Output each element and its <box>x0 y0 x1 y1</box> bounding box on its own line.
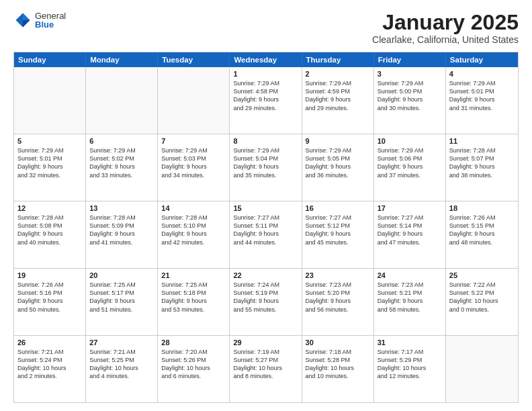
calendar-cell-day-10: 10Sunrise: 7:29 AM Sunset: 5:06 PM Dayli… <box>374 134 446 201</box>
header: General Blue January 2025 Clearlake, Cal… <box>13 11 519 45</box>
logo-text: General Blue <box>35 11 66 29</box>
day-details-30: Sunrise: 7:18 AM Sunset: 5:28 PM Dayligh… <box>306 348 370 381</box>
calendar-cell-day-25: 25Sunrise: 7:22 AM Sunset: 5:22 PM Dayli… <box>446 269 518 335</box>
calendar-cell-day-7: 7Sunrise: 7:29 AM Sunset: 5:03 PM Daylig… <box>158 134 230 201</box>
day-details-29: Sunrise: 7:19 AM Sunset: 5:27 PM Dayligh… <box>233 348 298 381</box>
day-number-22: 22 <box>233 271 298 279</box>
calendar-cell-day-12: 12Sunrise: 7:28 AM Sunset: 5:08 PM Dayli… <box>14 201 86 268</box>
calendar-cell-day-27: 27Sunrise: 7:21 AM Sunset: 5:25 PM Dayli… <box>86 336 158 402</box>
day-number-31: 31 <box>378 338 442 347</box>
day-details-25: Sunrise: 7:22 AM Sunset: 5:22 PM Dayligh… <box>449 281 515 314</box>
title-block: January 2025 Clearlake, California, Unit… <box>372 11 519 45</box>
day-details-12: Sunrise: 7:28 AM Sunset: 5:08 PM Dayligh… <box>17 214 82 246</box>
day-details-13: Sunrise: 7:28 AM Sunset: 5:09 PM Dayligh… <box>89 214 154 246</box>
calendar-cell-day-20: 20Sunrise: 7:25 AM Sunset: 5:17 PM Dayli… <box>86 269 158 335</box>
day-details-22: Sunrise: 7:24 AM Sunset: 5:19 PM Dayligh… <box>233 281 298 314</box>
calendar-cell-day-13: 13Sunrise: 7:28 AM Sunset: 5:09 PM Dayli… <box>86 201 158 268</box>
weekday-header-monday: Monday <box>86 52 158 67</box>
day-number-17: 17 <box>378 204 442 212</box>
calendar-cell-day-23: 23Sunrise: 7:23 AM Sunset: 5:20 PM Dayli… <box>302 269 374 335</box>
weekday-header-sunday: Sunday <box>14 52 86 67</box>
calendar-cell-day-24: 24Sunrise: 7:23 AM Sunset: 5:21 PM Dayli… <box>374 269 446 335</box>
day-number-9: 9 <box>306 137 370 145</box>
logo-blue-label: Blue <box>35 20 66 29</box>
calendar-cell-day-31: 31Sunrise: 7:17 AM Sunset: 5:29 PM Dayli… <box>374 336 446 402</box>
calendar-cell-day-18: 18Sunrise: 7:26 AM Sunset: 5:15 PM Dayli… <box>446 201 518 268</box>
day-details-26: Sunrise: 7:21 AM Sunset: 5:24 PM Dayligh… <box>17 348 82 381</box>
calendar-cell-day-16: 16Sunrise: 7:27 AM Sunset: 5:12 PM Dayli… <box>302 201 374 268</box>
calendar-body: 1Sunrise: 7:29 AM Sunset: 4:58 PM Daylig… <box>14 67 518 402</box>
calendar-cell-day-17: 17Sunrise: 7:27 AM Sunset: 5:14 PM Dayli… <box>374 201 446 268</box>
svg-marker-2 <box>23 20 30 28</box>
day-details-10: Sunrise: 7:29 AM Sunset: 5:06 PM Dayligh… <box>378 146 442 179</box>
calendar-row-5: 26Sunrise: 7:21 AM Sunset: 5:24 PM Dayli… <box>14 335 518 402</box>
day-details-31: Sunrise: 7:17 AM Sunset: 5:29 PM Dayligh… <box>378 348 442 381</box>
calendar-cell-day-28: 28Sunrise: 7:20 AM Sunset: 5:26 PM Dayli… <box>158 336 230 402</box>
day-number-11: 11 <box>449 137 515 145</box>
day-number-2: 2 <box>306 70 370 78</box>
weekday-header-tuesday: Tuesday <box>158 52 230 67</box>
day-number-10: 10 <box>378 137 442 145</box>
day-number-23: 23 <box>306 271 370 279</box>
day-details-15: Sunrise: 7:27 AM Sunset: 5:11 PM Dayligh… <box>233 214 298 246</box>
day-number-12: 12 <box>17 204 82 212</box>
calendar-cell-day-21: 21Sunrise: 7:25 AM Sunset: 5:18 PM Dayli… <box>158 269 230 335</box>
day-details-18: Sunrise: 7:26 AM Sunset: 5:15 PM Dayligh… <box>449 214 515 246</box>
day-details-4: Sunrise: 7:29 AM Sunset: 5:01 PM Dayligh… <box>449 79 515 112</box>
day-details-23: Sunrise: 7:23 AM Sunset: 5:20 PM Dayligh… <box>306 281 370 314</box>
day-details-19: Sunrise: 7:26 AM Sunset: 5:16 PM Dayligh… <box>17 281 82 314</box>
calendar-cell-day-15: 15Sunrise: 7:27 AM Sunset: 5:11 PM Dayli… <box>230 201 302 268</box>
weekday-header-saturday: Saturday <box>446 52 518 67</box>
calendar-cell-day-4: 4Sunrise: 7:29 AM Sunset: 5:01 PM Daylig… <box>446 67 518 134</box>
calendar-cell-day-3: 3Sunrise: 7:29 AM Sunset: 5:00 PM Daylig… <box>374 67 446 134</box>
day-number-8: 8 <box>233 137 298 145</box>
day-number-7: 7 <box>161 137 226 145</box>
day-number-1: 1 <box>233 70 298 78</box>
day-number-16: 16 <box>306 204 370 212</box>
day-number-21: 21 <box>161 271 226 279</box>
calendar-cell-day-8: 8Sunrise: 7:29 AM Sunset: 5:04 PM Daylig… <box>230 134 302 201</box>
day-number-29: 29 <box>233 338 298 347</box>
day-details-24: Sunrise: 7:23 AM Sunset: 5:21 PM Dayligh… <box>378 281 442 314</box>
day-details-16: Sunrise: 7:27 AM Sunset: 5:12 PM Dayligh… <box>306 214 370 246</box>
weekday-header-thursday: Thursday <box>302 52 374 67</box>
day-number-13: 13 <box>89 204 154 212</box>
day-details-20: Sunrise: 7:25 AM Sunset: 5:17 PM Dayligh… <box>89 281 154 314</box>
day-number-19: 19 <box>17 271 82 279</box>
calendar-cell-day-29: 29Sunrise: 7:19 AM Sunset: 5:27 PM Dayli… <box>230 336 302 402</box>
day-number-24: 24 <box>378 271 442 279</box>
day-details-11: Sunrise: 7:28 AM Sunset: 5:07 PM Dayligh… <box>449 146 515 179</box>
day-details-27: Sunrise: 7:21 AM Sunset: 5:25 PM Dayligh… <box>89 348 154 381</box>
calendar-cell-empty <box>86 67 158 134</box>
calendar-cell-day-11: 11Sunrise: 7:28 AM Sunset: 5:07 PM Dayli… <box>446 134 518 201</box>
calendar-row-3: 12Sunrise: 7:28 AM Sunset: 5:08 PM Dayli… <box>14 201 518 268</box>
day-details-9: Sunrise: 7:29 AM Sunset: 5:05 PM Dayligh… <box>306 146 370 179</box>
logo: General Blue <box>13 11 66 30</box>
calendar-cell-day-6: 6Sunrise: 7:29 AM Sunset: 5:02 PM Daylig… <box>86 134 158 201</box>
day-number-5: 5 <box>17 137 82 145</box>
calendar: SundayMondayTuesdayWednesdayThursdayFrid… <box>13 52 519 403</box>
day-details-17: Sunrise: 7:27 AM Sunset: 5:14 PM Dayligh… <box>378 214 442 246</box>
month-year-title: January 2025 <box>372 11 519 34</box>
calendar-row-1: 1Sunrise: 7:29 AM Sunset: 4:58 PM Daylig… <box>14 67 518 134</box>
day-number-4: 4 <box>449 70 515 78</box>
day-number-26: 26 <box>17 338 82 347</box>
calendar-cell-day-9: 9Sunrise: 7:29 AM Sunset: 5:05 PM Daylig… <box>302 134 374 201</box>
calendar-cell-day-22: 22Sunrise: 7:24 AM Sunset: 5:19 PM Dayli… <box>230 269 302 335</box>
day-details-21: Sunrise: 7:25 AM Sunset: 5:18 PM Dayligh… <box>161 281 226 314</box>
calendar-cell-day-1: 1Sunrise: 7:29 AM Sunset: 4:58 PM Daylig… <box>230 67 302 134</box>
day-details-7: Sunrise: 7:29 AM Sunset: 5:03 PM Dayligh… <box>161 146 226 179</box>
day-number-18: 18 <box>449 204 515 212</box>
day-details-5: Sunrise: 7:29 AM Sunset: 5:01 PM Dayligh… <box>17 146 82 179</box>
logo-icon <box>13 11 32 30</box>
calendar-cell-empty <box>158 67 230 134</box>
calendar-cell-day-2: 2Sunrise: 7:29 AM Sunset: 4:59 PM Daylig… <box>302 67 374 134</box>
day-details-2: Sunrise: 7:29 AM Sunset: 4:59 PM Dayligh… <box>306 79 370 112</box>
calendar-cell-empty <box>14 67 86 134</box>
day-details-3: Sunrise: 7:29 AM Sunset: 5:00 PM Dayligh… <box>378 79 442 112</box>
page: General Blue January 2025 Clearlake, Cal… <box>0 0 532 411</box>
calendar-cell-day-5: 5Sunrise: 7:29 AM Sunset: 5:01 PM Daylig… <box>14 134 86 201</box>
calendar-row-2: 5Sunrise: 7:29 AM Sunset: 5:01 PM Daylig… <box>14 134 518 201</box>
calendar-cell-empty <box>446 336 518 402</box>
weekday-header-friday: Friday <box>374 52 446 67</box>
